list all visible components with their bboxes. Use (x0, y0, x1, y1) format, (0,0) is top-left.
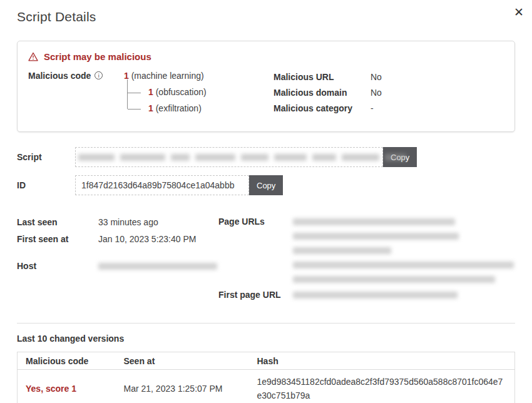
script-id-value: 1f847d2163d64a89b75804ce1a04abbb (75, 175, 249, 195)
versions-heading: Last 10 changed versions (17, 334, 515, 344)
page-urls-row: Page URLs (218, 217, 515, 283)
malicious-alert-panel: Script may be malicious Malicious code i… (17, 41, 515, 132)
seen-at-cell: Mar 21, 2023 1:25:07 PM (116, 370, 249, 403)
last-seen-value: 33 minutes ago (98, 217, 158, 227)
malicious-code-tree: 1 (machine learning) 1 (obfuscation) 1 (… (124, 71, 207, 119)
copy-id-button[interactable]: Copy (249, 175, 283, 195)
tree-root: 1 (machine learning) (124, 71, 207, 81)
malicious-code-label: Malicious code (28, 71, 91, 81)
script-label: Script (17, 152, 75, 162)
tree-child-obfuscation: 1 (obfuscation) (127, 87, 207, 97)
malicious-category-row: Malicious category - (274, 103, 382, 113)
redacted-text (78, 154, 380, 161)
warning-triangle-icon (28, 52, 38, 61)
id-label: ID (17, 180, 75, 190)
page-title: Script Details (17, 9, 515, 24)
close-icon[interactable]: ✕ (514, 6, 524, 18)
details-section: Last seen 33 minutes ago First seen at J… (17, 217, 515, 306)
malicious-url-value: No (371, 72, 382, 82)
first-seen-row: First seen at Jan 10, 2023 5:23:40 PM (17, 233, 218, 245)
redacted-host (98, 263, 217, 270)
tree-child-exfiltration: 1 (exfiltration) (127, 103, 207, 113)
column-header-hash: Hash (249, 352, 515, 370)
malicious-category-value: - (371, 103, 374, 113)
hash-cell: 1e9d983451182cfd0adea8c2f3fd79375d560a58… (249, 370, 515, 403)
malicious-url-row: Malicious URL No (274, 72, 382, 82)
redacted-page-urls (293, 217, 514, 283)
id-row: ID 1f847d2163d64a89b75804ce1a04abbb Copy (17, 175, 515, 195)
script-row: Script Copy (17, 147, 515, 167)
malicious-domain-row: Malicious domain No (274, 88, 382, 98)
alert-title: Script may be malicious (44, 51, 151, 62)
first-page-url-row: First page URL (218, 289, 515, 300)
last-seen-row: Last seen 33 minutes ago (17, 217, 218, 228)
script-details-modal: Script Details ✕ Script may be malicious… (0, 0, 532, 403)
redacted-first-page-url (293, 292, 458, 298)
malicious-domain-value: No (371, 88, 382, 98)
malicious-code-cell: Yes, score 1 (18, 370, 116, 403)
section-divider (17, 323, 515, 324)
column-header-seen-at: Seen at (116, 352, 249, 370)
versions-table: Malicious code Seen at Hash Yes, score 1… (17, 352, 515, 403)
table-header-row: Malicious code Seen at Hash (18, 352, 515, 370)
table-row: Yes, score 1 Mar 21, 2023 1:25:07 PM 1e9… (18, 370, 515, 403)
first-seen-value: Jan 10, 2023 5:23:40 PM (98, 234, 196, 244)
column-header-malicious-code: Malicious code (18, 352, 116, 370)
script-value-redacted (75, 147, 383, 167)
host-row: Host (17, 260, 218, 272)
info-icon[interactable]: i (95, 71, 103, 79)
